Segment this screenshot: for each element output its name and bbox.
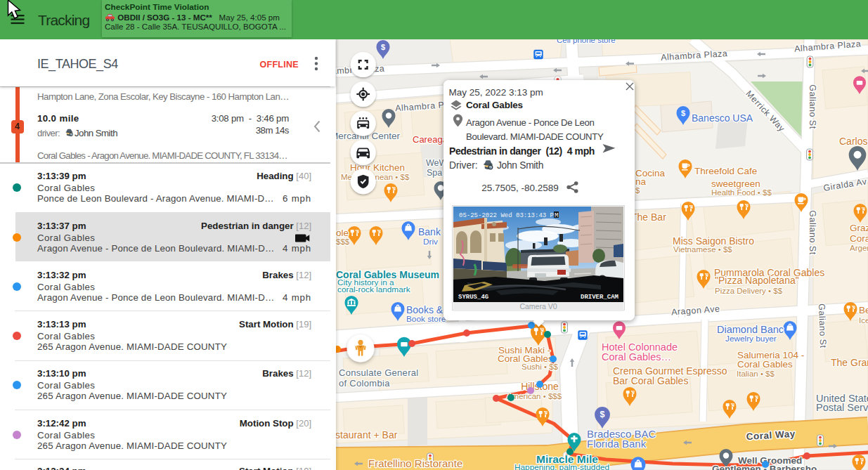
svg-text:Coral G: Coral G <box>850 233 868 244</box>
svg-text:The Bar: The Bar <box>631 211 666 223</box>
svg-text:Fratellino Ristorante: Fratellino Ristorante <box>368 457 462 469</box>
svg-text:Book store: Book store <box>406 314 446 324</box>
svg-text:coral-rock landmark: coral-rock landmark <box>337 285 410 294</box>
svg-text:Grazian: Grazian <box>850 223 868 233</box>
svg-text:Bel: Bel <box>859 305 868 315</box>
svg-text:Cell phone store: Cell phone store <box>557 39 616 44</box>
svg-text:of Colombia: of Colombia <box>339 378 390 389</box>
svg-text:"Pizza Napoletana": "Pizza Napoletana" <box>715 275 799 286</box>
svg-text:Italian • $$: Italian • $$ <box>737 370 775 378</box>
svg-text:Bar Coral Gables: Bar Coral Gables <box>613 375 688 386</box>
svg-text:Florida Bank: Florida Bank <box>587 438 647 450</box>
svg-text:Threefold Cafe: Threefold Cafe <box>694 166 757 176</box>
svg-text:05-25-2022 Wed 03:13:43 P: 05-25-2022 Wed 03:13:43 P <box>459 212 554 219</box>
svg-text:Happening, palm-studded: Happening, palm-studded <box>514 462 609 470</box>
svg-text:Consulate General: Consulate General <box>339 367 419 378</box>
svg-text:$: $ <box>635 186 640 195</box>
svg-text:Driv: Driv <box>423 237 438 247</box>
svg-text:Pizza Delivery • $$: Pizza Delivery • $$ <box>715 287 783 295</box>
svg-text:Coral Gables: Coral Gables <box>737 359 793 370</box>
svg-text:sweetgreen: sweetgreen <box>711 178 760 189</box>
svg-text:Galiano St: Galiano St <box>808 210 817 254</box>
svg-text:Vietnamese • $$: Vietnamese • $$ <box>673 245 732 254</box>
svg-text:DRIVER_CAM: DRIVER_CAM <box>581 294 618 301</box>
svg-text:American • $$$: American • $$$ <box>507 392 562 400</box>
svg-text:Argent: Argent <box>850 244 868 252</box>
svg-text:Spa: Spa <box>427 168 442 178</box>
svg-text:The Gran: The Gran <box>831 357 868 368</box>
svg-text:Banesco USA: Banesco USA <box>692 112 753 124</box>
svg-text:Health Food • $$: Health Food • $$ <box>711 188 772 197</box>
svg-text:SYRUS_4G: SYRUS_4G <box>458 294 488 301</box>
svg-text:Sushi • $$: Sushi • $$ <box>522 363 559 371</box>
svg-text:Galiano St: Galiano St <box>808 84 817 129</box>
svg-text:Coral Gables…: Coral Gables… <box>602 351 671 363</box>
svg-text:staurant + Bar: staurant + Bar <box>336 429 398 440</box>
svg-text:Carlos: Carlos <box>839 136 867 147</box>
svg-text:Postal Service: Postal Service <box>816 402 868 413</box>
svg-text:Jewelry buyer: Jewelry buyer <box>725 334 777 344</box>
svg-text:na: na <box>635 176 647 187</box>
svg-text:Ice c: Ice c <box>859 316 868 325</box>
svg-text:Galiano St: Galiano St <box>817 303 828 348</box>
svg-text:M: M <box>555 212 558 219</box>
